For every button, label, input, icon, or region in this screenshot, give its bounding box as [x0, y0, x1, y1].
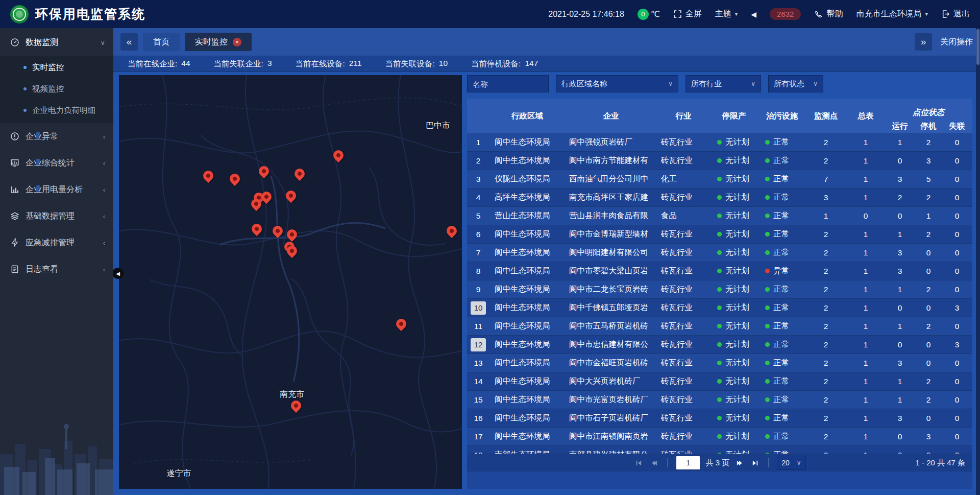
table-row[interactable]: 8阆中生态环境局阆中市枣碧大梁山页岩砖瓦行业无计划异常21300 — [467, 262, 972, 280]
table-row[interactable]: 15阆中生态环境局阆中市光富页岩机砖厂砖瓦行业无计划正常21120 — [467, 391, 972, 409]
points-cell: 2 — [806, 152, 846, 170]
sidebar-item-label: 应急减排管理 — [26, 238, 103, 248]
table-row[interactable]: 4高坪生态环境局南充市高坪区王家店建砖瓦行业无计划正常31220 — [467, 188, 972, 207]
header-facility[interactable]: 治污设施 — [758, 99, 806, 133]
row-number: 8 — [476, 267, 481, 276]
sidebar-item-label: 企业异常 — [26, 131, 103, 142]
table-row[interactable]: 18南部生态环境局南部县建兴建材有限公砖瓦行业无计划正常21060 — [467, 446, 972, 454]
map-collapse-handle[interactable]: ◀ — [112, 268, 124, 279]
page-scrollbar[interactable] — [976, 28, 980, 495]
header-run[interactable]: 运行 — [886, 119, 914, 133]
sidebar-subitem-0-2[interactable]: 企业电力负荷明细 — [0, 100, 113, 121]
industry-cell: 食品 — [657, 207, 710, 225]
header-region[interactable]: 行政区域 — [489, 99, 565, 133]
status-dot-green — [717, 416, 722, 420]
next-page-button[interactable] — [734, 458, 745, 468]
table-row[interactable]: 9阆中生态环境局阆中市二龙长宝页岩砖砖瓦行业无计划正常21120 — [467, 280, 972, 299]
name-filter-input[interactable] — [467, 75, 549, 92]
lost-cell: 0 — [943, 409, 971, 427]
sidebar-subitem-0-0[interactable]: 实时监控 — [0, 57, 113, 78]
header-meters[interactable]: 总表 — [846, 99, 886, 133]
meters-cell: 0 — [846, 207, 886, 225]
sidebar-item-1[interactable]: 企业异常‹ — [0, 123, 113, 150]
scrollbar-thumb[interactable] — [976, 29, 979, 65]
row-number-cell: 5 — [467, 207, 489, 225]
theme-dropdown[interactable]: 主题 ▾ — [715, 9, 738, 19]
stop-cell: 0 — [914, 244, 943, 262]
header-company[interactable]: 企业 — [565, 99, 657, 133]
sidebar-item-0[interactable]: 数据监测∨ — [0, 29, 113, 56]
header-lost[interactable]: 失联 — [943, 119, 971, 133]
limit-cell: 无计划 — [710, 188, 758, 206]
sidebar-item-4[interactable]: 基础数据管理‹ — [0, 203, 113, 229]
table-row[interactable]: 5营山生态环境局营山县润丰肉食品有限食品无计划正常10010 — [467, 207, 972, 225]
sidebar-item-3[interactable]: 企业用电量分析‹ — [0, 176, 113, 203]
industry-filter-select[interactable]: 所有行业 ∨ — [685, 75, 761, 92]
sidebar-item-label: 基础数据管理 — [26, 211, 103, 222]
limit-value: 无计划 — [725, 266, 749, 276]
stat-value: 211 — [349, 59, 362, 69]
fullscreen-button[interactable]: 全屏 — [673, 9, 702, 19]
help-button[interactable]: 帮助 — [814, 9, 843, 19]
company-cell: 阆中市石子页岩机砖厂 — [565, 409, 657, 427]
status-dot-green — [765, 416, 770, 420]
status-filter-select[interactable]: 所有状态 ∨ — [768, 75, 823, 92]
industry-cell: 砖瓦行业 — [657, 188, 710, 206]
page-number-input[interactable] — [676, 456, 700, 470]
prev-page-button[interactable] — [649, 458, 659, 468]
table-row[interactable]: 2阆中生态环境局阆中市南方节能建材有砖瓦行业无计划正常21030 — [467, 152, 972, 170]
header-limit[interactable]: 停限产 — [710, 99, 758, 133]
close-operations-button[interactable]: 关闭操作 — [940, 37, 973, 48]
table-row[interactable]: 13阆中生态环境局阆中市金福旺页岩机砖砖瓦行业无计划正常21300 — [467, 354, 972, 372]
facility-value: 正常 — [773, 450, 789, 454]
tab-realtime-monitor[interactable]: 实时监控 × — [185, 33, 252, 51]
table-row[interactable]: 3仪陇生态环境局西南油气田分公司川中化工无计划正常71350 — [467, 170, 972, 188]
tab-home[interactable]: 首页 — [143, 33, 180, 51]
announcement-icon[interactable]: ◀ — [751, 10, 756, 18]
sidebar-item-label: 企业用电量分析 — [26, 184, 103, 195]
status-dot-green — [765, 214, 770, 218]
region-filter-select[interactable]: 行政区域名称 ∨ — [556, 75, 678, 92]
sidebar-subitem-label: 企业电力负荷明细 — [32, 105, 95, 116]
header-points[interactable]: 监测点 — [806, 99, 846, 133]
page-size-select[interactable]: 20 ∨ — [777, 456, 805, 470]
header-industry[interactable]: 行业 — [657, 99, 710, 133]
facility-value: 异常 — [773, 266, 789, 276]
table-row[interactable]: 7阆中生态环境局阆中明阳建材有限公司砖瓦行业无计划正常21300 — [467, 244, 972, 262]
tab-close-icon[interactable]: × — [233, 38, 241, 46]
filter-bar: 行政区域名称 ∨ 所有行业 ∨ 所有状态 ∨ — [467, 75, 972, 92]
industry-cell: 砖瓦行业 — [657, 409, 710, 427]
org-dropdown[interactable]: 南充市生态环境局 ▾ — [856, 9, 928, 19]
tabs-scroll-right-icon[interactable]: » — [915, 33, 932, 51]
lost-cell: 0 — [943, 354, 971, 372]
status-dot-green — [717, 140, 722, 145]
table-row[interactable]: 12阆中生态环境局阆中市忠信建材有限公砖瓦行业无计划正常21003 — [467, 336, 972, 354]
table-row[interactable]: 17阆中生态环境局阆中市江南镇阆南页岩砖瓦行业无计划正常21030 — [467, 428, 972, 446]
table-row[interactable]: 10阆中生态环境局阆中千佛镇五郎垭页岩砖瓦行业无计划正常21003 — [467, 299, 972, 317]
table-row[interactable]: 14阆中生态环境局阆中大兴页岩机砖厂砖瓦行业无计划正常21120 — [467, 372, 972, 391]
lost-cell: 0 — [943, 372, 971, 390]
sidebar-item-6[interactable]: 日志查看‹ — [0, 256, 113, 282]
table-row[interactable]: 1阆中生态环境局阆中强锐页岩砖厂砖瓦行业无计划正常21120 — [467, 133, 972, 152]
logout-icon — [941, 10, 950, 18]
facility-cell: 正常 — [758, 354, 806, 372]
logout-button[interactable]: 退出 — [941, 9, 970, 19]
limit-cell: 无计划 — [710, 280, 758, 298]
first-page-button[interactable] — [633, 458, 644, 468]
meters-cell: 1 — [846, 280, 886, 298]
sidebar-item-2[interactable]: 企业综合统计‹ — [0, 150, 113, 176]
last-page-button[interactable] — [750, 458, 760, 468]
table-row[interactable]: 11阆中生态环境局阆中市五马桥页岩机砖砖瓦行业无计划正常21120 — [467, 317, 972, 336]
header-stop[interactable]: 停机 — [914, 119, 943, 133]
table-row[interactable]: 16阆中生态环境局阆中市石子页岩机砖厂砖瓦行业无计划正常21300 — [467, 409, 972, 428]
run-cell: 3 — [886, 409, 914, 427]
tabs-scroll-left-icon[interactable]: « — [120, 33, 138, 51]
brand: 环保用电监管系统 — [10, 5, 145, 23]
chevron-down-icon: ▾ — [735, 11, 738, 17]
sidebar-item-5[interactable]: 应急减排管理‹ — [0, 229, 113, 256]
row-number-cell: 14 — [467, 372, 489, 390]
map[interactable]: 巴中市南充市遂宁市 — [119, 75, 462, 489]
facility-value: 正常 — [773, 137, 789, 148]
sidebar-subitem-0-1[interactable]: 视频监控 — [0, 78, 113, 100]
table-row[interactable]: 6阆中生态环境局阆中市金博瑞新型墙材砖瓦行业无计划正常21120 — [467, 225, 972, 244]
